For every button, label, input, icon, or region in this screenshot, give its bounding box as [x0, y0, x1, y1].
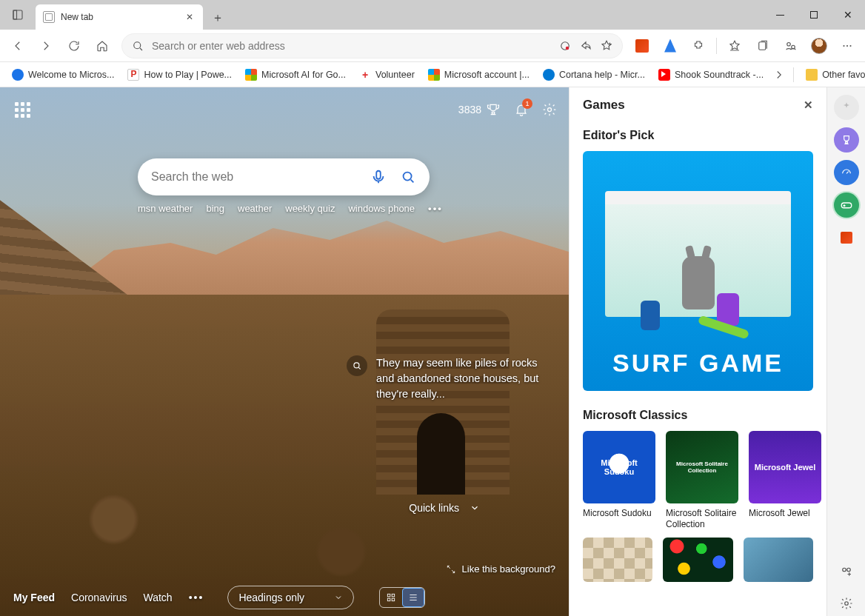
- like-background-button[interactable]: Like this background?: [446, 563, 555, 575]
- bookmark-label: Welcome to Micros...: [28, 70, 114, 80]
- bookmark-item[interactable]: Microsoft account |...: [424, 64, 534, 85]
- game-card-sudoku[interactable]: Microsoft Sudoku Microsoft Sudoku: [583, 431, 655, 530]
- toolbar: Search or enter web address: [0, 30, 865, 62]
- tab-active[interactable]: New tab ✕: [36, 4, 203, 30]
- bookmark-label: Cortana help - Micr...: [559, 70, 645, 80]
- vertical-tabs-button[interactable]: [0, 0, 36, 30]
- view-grid[interactable]: [380, 588, 402, 607]
- notifications-button[interactable]: 1: [514, 102, 529, 117]
- svg-point-14: [354, 363, 359, 368]
- profile-button[interactable]: [806, 33, 832, 59]
- home-button[interactable]: [89, 33, 116, 59]
- extensions-icon[interactable]: [685, 33, 712, 59]
- game-card-solitaire[interactable]: Microsoft Solitaire Collection Microsoft…: [666, 431, 738, 530]
- other-favorites[interactable]: Other favorites: [801, 64, 865, 85]
- quick-links-header[interactable]: Quick links: [409, 502, 480, 514]
- bookmark-item[interactable]: Shook Soundtrack -...: [654, 64, 768, 85]
- games-close-button[interactable]: ✕: [804, 98, 813, 112]
- suggestion[interactable]: windows phone: [348, 203, 415, 214]
- feed-tab-watch[interactable]: Watch: [144, 592, 173, 603]
- suggestion[interactable]: weekly quiz: [285, 203, 335, 214]
- titlebar: New tab ✕ ＋ ✕: [0, 0, 865, 30]
- bookmark-item[interactable]: Microsoft AI for Go...: [241, 64, 350, 85]
- expand-icon: [446, 564, 456, 575]
- dropdown-label: Headings only: [238, 592, 304, 603]
- surf-screenshot: [605, 191, 791, 317]
- chevron-down-icon: [334, 593, 343, 602]
- adobe-icon[interactable]: [657, 33, 684, 59]
- tracking-prevention-icon[interactable]: [558, 39, 572, 53]
- ntp-search-box[interactable]: [138, 158, 430, 195]
- tab-favicon: [43, 11, 55, 23]
- rail-rewards-icon[interactable]: [834, 127, 859, 153]
- image-caption[interactable]: They may seem like piles of rocks and ab…: [347, 355, 552, 402]
- rail-sparkle-icon[interactable]: [834, 95, 859, 120]
- voice-search-icon[interactable]: [370, 169, 387, 185]
- rewards-points[interactable]: 3838: [458, 102, 501, 117]
- bookmark-item[interactable]: PHow to Play | Powe...: [123, 64, 236, 85]
- svg-point-21: [846, 568, 850, 572]
- svg-rect-17: [387, 598, 390, 601]
- rail-settings-icon[interactable]: [834, 591, 859, 616]
- office-icon[interactable]: [629, 33, 655, 59]
- suggestion[interactable]: bing: [206, 203, 224, 214]
- tab-title: New tab: [61, 12, 93, 22]
- new-tab-button[interactable]: ＋: [206, 6, 230, 30]
- game-card-jewel[interactable]: Microsoft Jewel Microsoft Jewel: [749, 431, 821, 530]
- view-toggle: [379, 587, 425, 608]
- rail-office-icon[interactable]: [834, 225, 859, 250]
- classics-row: Microsoft Sudoku Microsoft Sudoku Micros…: [583, 431, 813, 530]
- page-settings-button[interactable]: [542, 102, 557, 117]
- refresh-button[interactable]: [61, 33, 87, 59]
- window-minimize[interactable]: [763, 0, 797, 30]
- feed-tab-coronavirus[interactable]: Coronavirus: [71, 592, 127, 603]
- notification-badge: 1: [522, 98, 532, 109]
- suggestion[interactable]: msn weather: [138, 203, 193, 214]
- game-card-bubble[interactable]: [663, 538, 732, 582]
- feed-more[interactable]: •••: [189, 592, 204, 603]
- rail-add-icon[interactable]: [834, 558, 859, 583]
- forward-button[interactable]: [33, 33, 59, 59]
- svg-point-13: [404, 173, 412, 181]
- games-header: Games ✕: [570, 87, 826, 117]
- bookmark-label: Other favorites: [822, 70, 865, 80]
- bookmark-item[interactable]: +Volunteer: [355, 64, 419, 85]
- app-launcher-icon[interactable]: [12, 99, 33, 120]
- bookmark-item[interactable]: Welcome to Micros...: [7, 64, 118, 85]
- svg-point-4: [566, 46, 570, 50]
- surf-game-card[interactable]: SURF GAME: [583, 151, 813, 391]
- game-card-jigsaw[interactable]: [744, 538, 813, 582]
- view-list[interactable]: [402, 588, 424, 607]
- window-close[interactable]: ✕: [831, 0, 865, 30]
- search-icon: [131, 39, 144, 53]
- search-input[interactable]: [151, 170, 370, 184]
- classics-title: Microsoft Classics: [583, 409, 813, 422]
- menu-button[interactable]: [834, 33, 861, 59]
- chevron-down-icon: [470, 503, 480, 513]
- bookmark-label: Volunteer: [375, 70, 415, 80]
- suggestion[interactable]: weather: [238, 203, 272, 214]
- address-bar[interactable]: Search or enter web address: [121, 33, 623, 58]
- like-bg-label: Like this background?: [462, 563, 555, 575]
- bookmarks-overflow[interactable]: [772, 68, 786, 81]
- game-card-chess[interactable]: [583, 538, 652, 582]
- suggestions-more[interactable]: •••: [428, 203, 443, 214]
- personal-button[interactable]: [778, 33, 804, 59]
- search-submit-icon[interactable]: [400, 169, 416, 185]
- bookmark-item[interactable]: Cortana help - Micr...: [538, 64, 649, 85]
- editors-pick-title: Editor's Pick: [583, 129, 813, 142]
- favorite-icon[interactable]: [600, 39, 613, 53]
- window-maximize[interactable]: [797, 0, 831, 30]
- feed-tab-myfeed[interactable]: My Feed: [13, 592, 55, 603]
- feed-layout-dropdown[interactable]: Headings only: [227, 586, 354, 609]
- favorites-button[interactable]: [721, 33, 748, 59]
- rail-games-icon[interactable]: [834, 192, 859, 218]
- share-icon[interactable]: [579, 39, 592, 53]
- back-button[interactable]: [4, 33, 31, 59]
- game-caption: Microsoft Solitaire Collection: [666, 508, 738, 530]
- rail-performance-icon[interactable]: [834, 160, 859, 185]
- svg-rect-19: [841, 203, 852, 208]
- tab-close-button[interactable]: ✕: [184, 11, 196, 23]
- svg-rect-1: [13, 10, 17, 19]
- collections-button[interactable]: [749, 33, 776, 59]
